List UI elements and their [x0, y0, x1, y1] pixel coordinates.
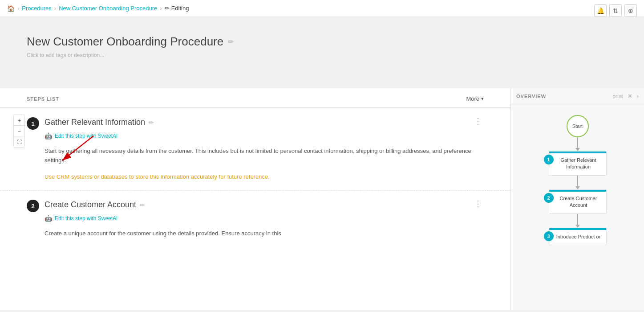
fc-arrow-3 [577, 214, 578, 225]
fc-step-body-2: Create Customer Account [549, 192, 606, 213]
sweet-ai-icon-2: 🤖 [45, 215, 52, 222]
breadcrumb: 🏠 › Procedures › New Customer Onboarding… [0, 0, 644, 17]
step-2-sweet-ai[interactable]: 🤖 Edit this step with SweetAI [45, 215, 484, 222]
zoom-in-button[interactable]: + [14, 115, 24, 126]
step-1-header: 1 Gather Relevant Information ✏ ⋮ [27, 117, 484, 130]
fc-arrow-1 [577, 137, 578, 148]
step-1-more-button[interactable]: ⋮ [472, 117, 484, 125]
fc-arrow-2 [577, 176, 578, 186]
fc-arrowhead-2 [575, 186, 580, 189]
step-item-1: 1 Gather Relevant Information ✏ ⋮ 🤖 Edit… [0, 108, 510, 191]
breadcrumb-sep-3: › [160, 5, 162, 12]
step-item-2: 2 Create Customer Account ✏ ⋮ 🤖 Edit thi… [0, 191, 510, 255]
step-2-title: Create Customer Account ✏ [45, 200, 145, 210]
steps-area: STEPS LIST More ▾ + − ⛶ 1 [0, 88, 510, 310]
fc-arrowhead-3 [575, 225, 580, 228]
fc-start-node: Start [567, 115, 589, 137]
sort-icon-button[interactable]: ⇅ [609, 4, 622, 17]
breadcrumb-procedures[interactable]: Procedures [22, 5, 51, 12]
step-1-title-group: 1 Gather Relevant Information ✏ [27, 117, 154, 130]
zoom-controls: + − ⛶ [13, 115, 25, 148]
edit-pencil-icon: ✏ [165, 5, 170, 12]
step-2-body: Create a unique account for the customer… [45, 229, 484, 238]
steps-header: STEPS LIST More ▾ [0, 88, 510, 108]
steps-label: STEPS LIST [27, 96, 59, 102]
fc-step-wrapper-3: 3 Introduce Product or [518, 228, 637, 245]
fc-step-node-3[interactable]: Introduce Product or [549, 228, 607, 245]
step-2-more-button[interactable]: ⋮ [472, 200, 484, 208]
overview-actions: print ✕ › [612, 93, 639, 99]
overview-collapse-icon[interactable]: ✕ [628, 93, 632, 99]
step-1-body-text: Start by gathering all necessary details… [45, 147, 484, 165]
header-area: New Customer Onboarding Procedure ✏ Clic… [0, 17, 644, 88]
step-2-header: 2 Create Customer Account ✏ ⋮ [27, 200, 484, 212]
step-2-edit-icon[interactable]: ✏ [140, 201, 145, 209]
globe-icon-button[interactable]: ⊕ [624, 4, 637, 17]
overview-expand-icon[interactable]: › [637, 93, 639, 99]
step-1-body: Start by gathering all necessary details… [45, 147, 484, 181]
step-2-title-group: 2 Create Customer Account ✏ [27, 200, 145, 212]
step-1-tip-text: Use CRM systems or databases to store th… [45, 172, 484, 182]
step-1-edit-icon[interactable]: ✏ [149, 119, 154, 127]
fc-step-node-2[interactable]: Create Customer Account [549, 189, 607, 214]
flowchart: Start 1 Gather Relevant Information [511, 104, 644, 256]
procedure-title[interactable]: New Customer Onboarding Procedure ✏ [27, 35, 617, 49]
zoom-fit-button[interactable]: ⛶ [14, 136, 24, 147]
home-icon[interactable]: 🏠 [7, 5, 15, 12]
overview-print[interactable]: print [612, 93, 623, 99]
main-area: STEPS LIST More ▾ + − ⛶ 1 [0, 88, 644, 310]
breadcrumb-editing: ✏ Editing [165, 5, 189, 12]
more-button[interactable]: More ▾ [466, 95, 484, 102]
step-2-number: 2 [27, 200, 39, 212]
bell-icon-button[interactable]: 🔔 [594, 4, 607, 17]
overview-label: OVERVIEW [516, 94, 546, 99]
step-1-title: Gather Relevant Information ✏ [45, 117, 154, 127]
fc-step-body-3: Introduce Product or [549, 230, 606, 245]
breadcrumb-sep-2: › [54, 5, 56, 12]
step-1-sweet-ai[interactable]: 🤖 Edit this step with SweetAI [45, 132, 484, 140]
overview-header: OVERVIEW print ✕ › [511, 88, 644, 104]
step-2-body-text: Create a unique account for the customer… [45, 229, 484, 238]
overview-panel: OVERVIEW print ✕ › Start 1 [510, 88, 644, 310]
procedure-subtitle[interactable]: Click to add tags or description... [27, 52, 617, 58]
top-icons-group: 🔔 ⇅ ⊕ [594, 4, 637, 17]
title-edit-icon[interactable]: ✏ [228, 37, 234, 46]
breadcrumb-sep-1: › [17, 5, 19, 12]
fc-step-wrapper-2: 2 Create Customer Account [518, 189, 637, 214]
fc-step-node-1[interactable]: Gather Relevant Information [549, 151, 607, 176]
fc-step-wrapper-1: 1 Gather Relevant Information [518, 151, 637, 176]
fc-step-body-1: Gather Relevant Information [549, 153, 606, 175]
chevron-down-icon: ▾ [481, 96, 484, 102]
breadcrumb-procedure-name[interactable]: New Customer Onboarding Procedure [59, 5, 157, 12]
zoom-out-button[interactable]: − [14, 126, 24, 136]
step-1-number: 1 [27, 117, 39, 130]
fc-arrowhead-1 [575, 148, 580, 151]
sweet-ai-icon-1: 🤖 [45, 132, 52, 140]
